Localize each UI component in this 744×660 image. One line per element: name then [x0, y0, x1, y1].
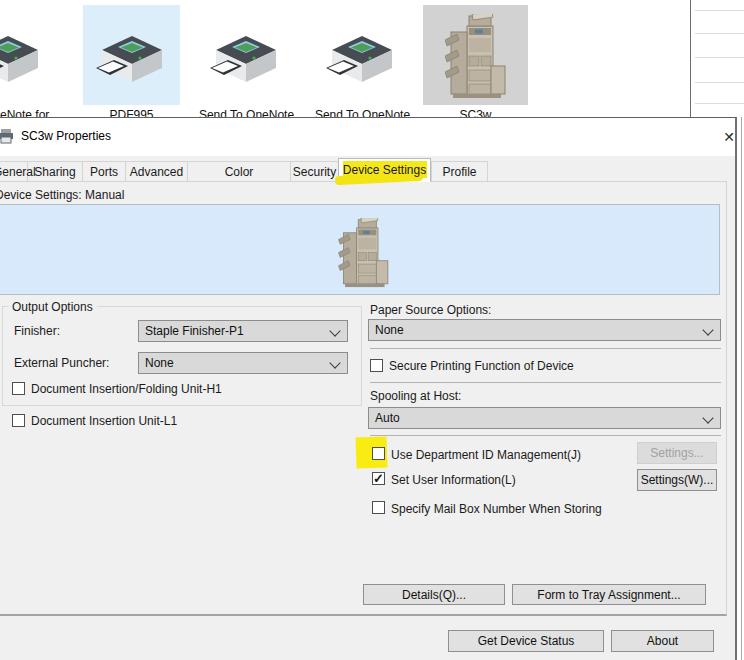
printer-item-send-to-onenote-1[interactable]: Send To OneNote	[193, 5, 300, 105]
background-row-divider	[695, 82, 744, 83]
dialog-title: SC3w Properties	[21, 129, 111, 143]
tab-general[interactable]: General	[0, 161, 28, 182]
printer-properties-dialog: SC3w Properties ✕ General Sharing Ports …	[0, 117, 737, 660]
form-to-tray-assignment-button[interactable]: Form to Tray Assignment...	[512, 584, 706, 605]
doc-insertion-folding-label: Document Insertion/Folding Unit-H1	[31, 382, 222, 396]
secure-printing-label: Secure Printing Function of Device	[389, 359, 574, 373]
set-user-information-checkbox[interactable]: ✓	[372, 472, 385, 485]
spooling-value: Auto	[375, 411, 400, 425]
chevron-down-icon	[702, 412, 713, 423]
dept-id-management-checkbox[interactable]	[372, 447, 385, 460]
close-icon[interactable]: ✕	[717, 125, 741, 149]
doc-insertion-folding-checkbox[interactable]	[12, 382, 25, 395]
dept-id-management-label: Use Department ID Management(J)	[391, 448, 581, 462]
tab-sharing[interactable]: Sharing	[27, 161, 83, 182]
separator	[370, 435, 721, 436]
background-row-divider	[695, 10, 744, 11]
paper-source-value: None	[375, 323, 404, 337]
external-puncher-dropdown[interactable]: None	[138, 352, 348, 374]
screen: eNote for PDF995	[0, 0, 744, 660]
background-row-divider	[695, 33, 744, 34]
printer-icon	[208, 30, 284, 88]
printers-folder-background: eNote for PDF995	[0, 0, 744, 117]
tab-security[interactable]: Security	[290, 161, 339, 182]
dialog-titlebar[interactable]: SC3w Properties ✕	[0, 118, 735, 156]
separator	[370, 348, 721, 349]
chevron-down-icon	[329, 357, 340, 368]
doc-insertion-unit-label: Document Insertion Unit-L1	[31, 414, 177, 428]
finisher-dropdown[interactable]: Staple Finisher-P1	[138, 320, 348, 342]
printer-icon	[94, 30, 170, 88]
chevron-down-icon	[702, 324, 713, 335]
dept-settings-button[interactable]: Settings...	[637, 442, 717, 464]
details-button[interactable]: Details(Q)...	[363, 584, 505, 605]
mailbox-number-label: Specify Mail Box Number When Storing	[391, 502, 602, 516]
tab-profile[interactable]: Profile	[431, 161, 488, 182]
background-right-sliver	[737, 117, 744, 660]
tab-color-management[interactable]: Color Management	[187, 161, 291, 182]
doc-insertion-unit-checkbox[interactable]	[12, 414, 25, 427]
background-window-border	[690, 0, 691, 117]
secure-printing-checkbox[interactable]	[370, 359, 383, 372]
mailbox-number-checkbox[interactable]	[372, 501, 385, 514]
background-row-divider	[695, 103, 744, 104]
chevron-down-icon	[329, 325, 340, 336]
printer-icon	[0, 30, 46, 88]
device-settings-header: Device Settings: Manual	[0, 188, 124, 202]
background-window-border	[741, 117, 742, 660]
copier-icon	[445, 14, 507, 104]
device-preview-area	[0, 204, 720, 295]
about-button[interactable]: About	[611, 630, 714, 652]
external-puncher-label: External Puncher:	[14, 356, 109, 370]
separator	[370, 382, 721, 383]
printer-item-sc3w[interactable]: SC3w	[423, 5, 528, 105]
tab-advanced[interactable]: Advanced	[125, 161, 188, 182]
tab-device-settings[interactable]: Device Settings	[338, 158, 431, 182]
user-settings-button[interactable]: Settings(W)...	[637, 469, 717, 491]
spooling-dropdown[interactable]: Auto	[368, 407, 721, 429]
copier-preview-image	[332, 218, 396, 292]
tab-ports[interactable]: Ports	[82, 161, 126, 182]
printer-icon	[324, 30, 400, 88]
paper-source-options-label: Paper Source Options:	[370, 303, 491, 317]
background-row-divider	[695, 57, 744, 58]
spooling-at-host-label: Spooling at Host:	[370, 389, 461, 403]
output-options-title: Output Options	[8, 300, 97, 314]
checkmark-icon: ✓	[373, 471, 384, 486]
printer-item-pdf995[interactable]: PDF995	[83, 5, 180, 105]
printer-item-send-to-onenote-2[interactable]: Send To OneNote	[309, 5, 416, 105]
set-user-information-label: Set User Information(L)	[391, 473, 516, 487]
get-device-status-button[interactable]: Get Device Status	[448, 630, 604, 652]
paper-source-dropdown[interactable]: None	[368, 319, 721, 341]
external-puncher-value: None	[145, 356, 174, 370]
printer-item-onenote-partial[interactable]: eNote for	[0, 5, 60, 105]
finisher-value: Staple Finisher-P1	[145, 324, 244, 338]
printer-small-icon	[0, 128, 14, 144]
finisher-label: Finisher:	[14, 324, 60, 338]
